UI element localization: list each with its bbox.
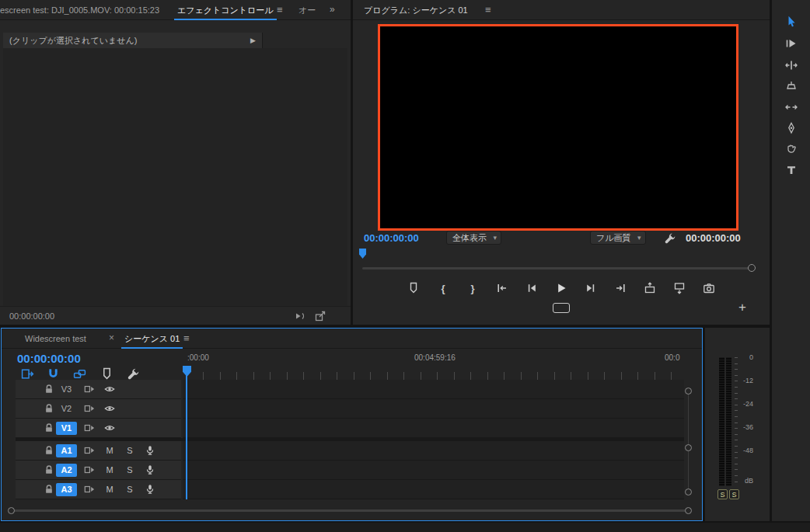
chevron-down-icon: ▾ bbox=[493, 231, 497, 245]
track-content[interactable] bbox=[183, 419, 684, 438]
solo-button[interactable]: S bbox=[124, 445, 135, 457]
track-lock-icon[interactable] bbox=[44, 384, 54, 395]
selection-tool[interactable] bbox=[782, 12, 801, 31]
track-content[interactable] bbox=[183, 461, 684, 480]
add-marker-button[interactable] bbox=[407, 281, 421, 295]
tab-source-monitor[interactable]: escreen test: DJI_0005.MOV: 00:00:15:23 bbox=[0, 0, 159, 20]
tab-audio-clip-mixer[interactable]: オー bbox=[299, 0, 316, 20]
solo-right-button[interactable]: S bbox=[729, 489, 739, 499]
mute-button[interactable]: M bbox=[104, 445, 115, 457]
mark-out-button[interactable]: } bbox=[466, 281, 480, 295]
mark-in-button[interactable]: { bbox=[436, 281, 450, 295]
extract-button[interactable] bbox=[672, 281, 686, 295]
program-playhead[interactable] bbox=[359, 249, 366, 259]
sync-lock-icon[interactable] bbox=[84, 384, 95, 395]
snap-magnet-icon[interactable] bbox=[47, 367, 60, 381]
zoom-level-dropdown[interactable]: 全体表示 ▾ bbox=[446, 231, 501, 245]
play-button[interactable] bbox=[554, 281, 568, 295]
collapse-arrow-icon[interactable]: ▶ bbox=[250, 33, 256, 48]
mute-button[interactable]: M bbox=[104, 484, 115, 495]
export-icon[interactable] bbox=[314, 310, 326, 322]
eye-icon[interactable] bbox=[104, 384, 115, 395]
lift-button[interactable] bbox=[643, 281, 657, 295]
play-audio-preview-icon[interactable] bbox=[294, 310, 306, 322]
no-clip-message: (クリップが選択されていません) bbox=[3, 36, 137, 45]
track-content[interactable] bbox=[183, 380, 684, 399]
scrollbar-handle[interactable] bbox=[685, 388, 692, 395]
timeline-timecode[interactable]: 00:00:00:00 bbox=[17, 352, 81, 365]
track-lock-icon[interactable] bbox=[44, 445, 54, 456]
ripple-edit-tool[interactable] bbox=[782, 56, 801, 75]
solo-button[interactable]: S bbox=[124, 464, 135, 476]
track-row-v1: V1 bbox=[16, 419, 684, 438]
track-target-badge[interactable]: V1 bbox=[56, 422, 77, 435]
button-editor-plus-button[interactable]: + bbox=[738, 300, 746, 315]
effect-controls-footer: 00:00:00:00 bbox=[0, 306, 351, 325]
scrollbar-handle[interactable] bbox=[685, 507, 692, 514]
step-back-button[interactable] bbox=[525, 281, 539, 295]
program-current-timecode[interactable]: 00:00:00:00 bbox=[364, 230, 419, 247]
razor-tool[interactable] bbox=[782, 77, 801, 96]
track-lock-icon[interactable] bbox=[44, 403, 54, 414]
track-content[interactable] bbox=[183, 441, 684, 461]
track-content[interactable] bbox=[183, 399, 684, 419]
mic-icon[interactable] bbox=[145, 464, 155, 475]
playback-quality-dropdown[interactable]: フル画質 ▾ bbox=[590, 231, 646, 245]
scrollbar-handle[interactable] bbox=[685, 444, 692, 451]
insert-nest-toggle-icon[interactable] bbox=[21, 367, 34, 381]
tab-program-monitor[interactable]: プログラム: シーケンス 01 bbox=[364, 0, 468, 20]
track-target-badge[interactable]: A1 bbox=[56, 444, 77, 457]
track-target-badge[interactable]: V2 bbox=[56, 402, 77, 416]
track-lock-icon[interactable] bbox=[44, 484, 54, 495]
track-target-badge[interactable]: A3 bbox=[56, 483, 77, 496]
button-editor-placeholder-icon[interactable] bbox=[553, 303, 570, 313]
pen-tool[interactable] bbox=[782, 119, 801, 137]
track-target-badge[interactable]: V3 bbox=[56, 383, 77, 396]
horizontal-zoom-scrollbar[interactable] bbox=[8, 507, 692, 514]
effect-controls-timecode[interactable]: 00:00:00:00 bbox=[9, 307, 54, 325]
scrollbar-handle[interactable] bbox=[8, 507, 15, 514]
track-lock-icon[interactable] bbox=[44, 422, 54, 433]
scrollbar-handle[interactable] bbox=[685, 489, 692, 495]
mic-icon[interactable] bbox=[145, 445, 155, 456]
slip-tool[interactable] bbox=[782, 98, 801, 116]
zoom-scroll-handle[interactable] bbox=[748, 264, 756, 272]
panel-menu-icon[interactable]: ≡ bbox=[277, 0, 283, 20]
sync-lock-icon[interactable] bbox=[84, 445, 95, 456]
mic-icon[interactable] bbox=[145, 484, 155, 495]
sync-lock-icon[interactable] bbox=[84, 403, 95, 414]
track-target-badge[interactable]: A2 bbox=[56, 464, 77, 477]
track-lock-icon[interactable] bbox=[44, 464, 54, 475]
program-video-display bbox=[378, 24, 738, 231]
eye-icon[interactable] bbox=[104, 403, 115, 414]
step-forward-button[interactable] bbox=[584, 281, 598, 295]
sync-lock-icon[interactable] bbox=[84, 422, 95, 433]
tab-timeline-sequence-01[interactable]: シーケンス 01 bbox=[121, 329, 183, 349]
program-scrubber-track[interactable] bbox=[362, 267, 754, 269]
track-select-forward-tool[interactable] bbox=[782, 34, 801, 53]
add-marker-icon[interactable] bbox=[100, 367, 113, 381]
solo-button[interactable]: S bbox=[124, 484, 135, 495]
eye-icon[interactable] bbox=[104, 422, 115, 433]
sync-lock-icon[interactable] bbox=[84, 464, 95, 475]
track-content[interactable] bbox=[183, 480, 684, 499]
tab-effect-controls[interactable]: エフェクトコントロール bbox=[174, 0, 277, 20]
go-to-out-button[interactable] bbox=[613, 281, 627, 295]
hand-tool[interactable] bbox=[782, 140, 801, 158]
export-frame-camera-button[interactable] bbox=[702, 281, 716, 295]
tab-overflow-icon[interactable]: » bbox=[330, 0, 334, 20]
go-to-in-button[interactable] bbox=[495, 281, 509, 295]
settings-wrench-icon[interactable] bbox=[664, 232, 676, 245]
scrollbar-bar[interactable] bbox=[12, 509, 688, 512]
panel-menu-icon[interactable]: ≡ bbox=[485, 0, 491, 20]
timeline-ruler[interactable]: :00:00 00:04:59:16 00:0 bbox=[183, 350, 684, 380]
solo-left-button[interactable]: S bbox=[717, 489, 728, 499]
tab-timeline-widescreen-test[interactable]: Widescreen test bbox=[25, 329, 86, 349]
linked-selection-icon[interactable] bbox=[73, 367, 86, 381]
panel-menu-icon[interactable]: ≡ bbox=[183, 329, 190, 349]
close-tab-icon[interactable]: × bbox=[109, 329, 114, 349]
type-tool[interactable] bbox=[782, 161, 801, 179]
mute-button[interactable]: M bbox=[104, 464, 115, 476]
timeline-settings-wrench-icon[interactable] bbox=[127, 367, 140, 381]
sync-lock-icon[interactable] bbox=[84, 484, 95, 495]
